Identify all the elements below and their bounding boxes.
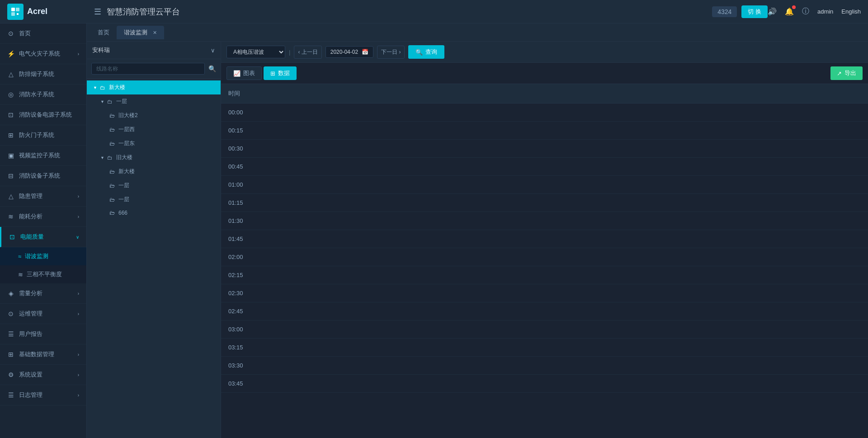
- node-label: 一层西: [118, 126, 135, 133]
- sidebar-item-demand[interactable]: ◈ 需量分析 ›: [0, 283, 86, 304]
- sidebar-label-energy: 能耗分析: [19, 212, 73, 221]
- sidebar-item-maintain[interactable]: ⊙ 运维管理 ›: [0, 304, 86, 324]
- tree-node-new-building-sub[interactable]: 🗁 新大楼: [87, 165, 221, 179]
- table-row: 00:30: [221, 140, 868, 158]
- unbalance-icon: ≋: [18, 271, 23, 278]
- folder-icon: 🗁: [109, 210, 115, 216]
- svg-rect-0: [11, 8, 15, 11]
- calendar-icon[interactable]: 📅: [362, 49, 368, 55]
- top-header: Acrel ☰ 智慧消防管理云平台 4324 切 换 🔊 🔔 ⓘ admin E…: [0, 0, 868, 24]
- sidebar-item-unbalance[interactable]: ≋ 三相不平衡度: [0, 265, 86, 283]
- view-tabs: 📈 图表 ⊞ 数据 ↗ 导出: [221, 63, 868, 84]
- tab-data[interactable]: ⊞ 数据: [264, 66, 297, 80]
- query-type-select[interactable]: A相电压谐波 B相电压谐波 C相电压谐波: [226, 46, 285, 58]
- folder-icon: 🗁: [109, 113, 115, 119]
- tab-home[interactable]: 首页: [90, 26, 117, 39]
- camera-icon: ▣: [7, 152, 14, 159]
- sidebar-label-home: 首页: [19, 29, 79, 38]
- energy-icon: ≋: [7, 213, 14, 220]
- logo-area: Acrel: [7, 4, 94, 20]
- sidebar-item-door[interactable]: ⊞ 防火门子系统: [0, 125, 86, 146]
- sidebar-item-camera[interactable]: ▣ 视频监控子系统: [0, 146, 86, 166]
- tab-chart[interactable]: 📈 图表: [226, 66, 262, 80]
- data-icon: ⊞: [270, 70, 275, 77]
- language-button[interactable]: English: [841, 8, 861, 15]
- hamburger-button[interactable]: ☰: [94, 7, 101, 17]
- switch-button[interactable]: 切 换: [741, 5, 768, 18]
- sidebar-item-smoke[interactable]: △ 防排烟子系统: [0, 64, 86, 85]
- tree-panel: 安科瑞 ∨ 🔍 ▼ 🗀 新大楼: [87, 42, 221, 438]
- tree-node-floor1-b[interactable]: 🗁 一层: [87, 179, 221, 193]
- base-data-icon: ⊞: [7, 351, 14, 358]
- sidebar-item-home[interactable]: ⊙ 首页: [0, 24, 86, 44]
- sidebar-label-base-data: 基础数据管理: [19, 350, 73, 358]
- table-row: 03:00: [221, 320, 868, 339]
- node-label: 新大楼: [118, 168, 135, 175]
- toggle-icon: ▼: [100, 99, 104, 104]
- maintain-icon: ⊙: [7, 310, 14, 317]
- table-row: 01:30: [221, 212, 868, 230]
- folder-icon: 🗁: [109, 183, 115, 189]
- tab-harmonic[interactable]: 谐波监测 ✕: [117, 26, 164, 39]
- chart-icon: 📈: [233, 70, 241, 77]
- view-tab-group: 📈 图表 ⊞ 数据: [226, 66, 297, 80]
- sidebar-item-harmonic[interactable]: ≈ 谐波监测: [0, 247, 86, 265]
- sidebar-item-log[interactable]: ☰ 日志管理 ›: [0, 385, 86, 405]
- folder-icon: 🗀: [107, 99, 113, 105]
- speaker-icon[interactable]: 🔊: [768, 7, 777, 16]
- tree-node-floor1-east[interactable]: 🗁 一层东: [87, 137, 221, 151]
- sidebar-item-base-data[interactable]: ⊞ 基础数据管理 ›: [0, 344, 86, 365]
- data-table-container[interactable]: 时间 00:0000:1500:3000:4501:0001:1501:3001…: [221, 84, 868, 438]
- arrow-icon-log: ›: [78, 393, 79, 398]
- tree-node-666[interactable]: 🗁 666: [87, 207, 221, 219]
- power-icon: ⊡: [7, 111, 14, 118]
- sidebar-item-device[interactable]: ⊟ 消防设备子系统: [0, 166, 86, 186]
- sidebar-label-unbalance: 三相不平衡度: [27, 270, 62, 278]
- tabs-bar: 首页 谐波监测 ✕: [87, 24, 868, 42]
- sidebar-item-power[interactable]: ⊡ 消防设备电源子系统: [0, 105, 86, 125]
- search-button[interactable]: 🔍 查询: [408, 45, 444, 59]
- toggle-icon: ▼: [93, 85, 97, 90]
- help-icon[interactable]: ⓘ: [802, 7, 809, 16]
- demand-icon: ◈: [7, 290, 14, 297]
- sidebar-item-water[interactable]: ◎ 消防水子系统: [0, 85, 86, 105]
- tree-header[interactable]: 安科瑞 ∨: [87, 42, 221, 59]
- tree-node-floor1[interactable]: ▼ 🗀 一层: [87, 94, 221, 108]
- platform-title: 智慧消防管理云平台: [107, 6, 712, 17]
- tree-search-button[interactable]: 🔍: [208, 65, 216, 72]
- sidebar-item-energy[interactable]: ≋ 能耗分析 ›: [0, 207, 86, 227]
- logo-icon: [7, 4, 24, 20]
- tree-search: 🔍: [87, 59, 221, 79]
- node-label: 一层: [118, 182, 129, 189]
- tree-node-old-building[interactable]: ▼ 🗀 旧大楼: [87, 151, 221, 165]
- sidebar-label-water: 消防水子系统: [19, 90, 79, 99]
- bell-icon[interactable]: 🔔: [785, 7, 794, 16]
- svg-rect-1: [16, 8, 19, 11]
- sidebar-label-power: 消防设备电源子系统: [19, 111, 79, 119]
- sidebar-item-settings[interactable]: ⚙ 系统设置 ›: [0, 365, 86, 385]
- next-day-button[interactable]: 下一日 ›: [377, 46, 405, 59]
- toggle-icon: ▼: [100, 155, 104, 160]
- sidebar-item-fire-elec[interactable]: ⚡ 电气火灾子系统 ›: [0, 44, 86, 64]
- tree-node-floor1-c[interactable]: 🗁 一层: [87, 193, 221, 207]
- search-icon: 🔍: [415, 49, 423, 56]
- tree-node-old-building-2[interactable]: 🗁 旧大楼2: [87, 108, 221, 122]
- tree-search-input[interactable]: [91, 63, 205, 75]
- arrow-icon-hidden: ›: [78, 194, 79, 199]
- sidebar-item-hidden[interactable]: △ 隐患管理 ›: [0, 186, 86, 207]
- table-row: 03:45: [221, 375, 868, 393]
- sidebar-item-report[interactable]: ☰ 用户报告: [0, 324, 86, 344]
- svg-rect-3: [17, 13, 19, 15]
- fire-elec-icon: ⚡: [7, 50, 14, 57]
- table-row: 00:00: [221, 104, 868, 122]
- tree-node-floor1-west[interactable]: 🗁 一层西: [87, 122, 221, 137]
- tab-close-harmonic[interactable]: ✕: [153, 30, 157, 35]
- table-row: 00:45: [221, 158, 868, 176]
- prev-day-button[interactable]: ‹ 上一日: [294, 46, 321, 59]
- tree-node-new-building[interactable]: ▼ 🗀 新大楼: [87, 80, 221, 94]
- table-row: 02:30: [221, 284, 868, 302]
- col-time: 时间: [221, 84, 868, 104]
- export-button[interactable]: ↗ 导出: [830, 66, 863, 80]
- sidebar-item-power-quality[interactable]: ⊡ 电能质量 ∨: [0, 227, 86, 247]
- svg-rect-2: [11, 12, 15, 16]
